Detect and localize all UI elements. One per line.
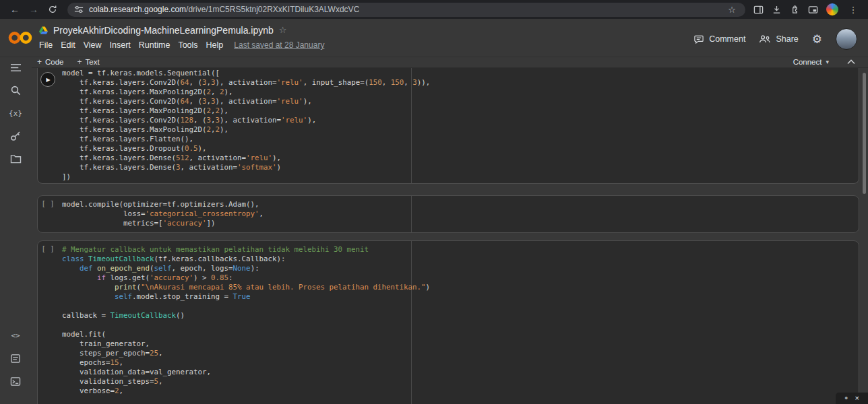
browser-toolbar: ← → colab.research.google.com/drive/1mC5… (0, 0, 868, 19)
share-people-icon (759, 34, 771, 44)
code-line[interactable]: tf.keras.layers.MaxPooling2D(2, 2), (62, 88, 859, 97)
menu-edit[interactable]: Edit (57, 39, 80, 51)
reload-icon[interactable] (44, 2, 61, 17)
plus-icon: + (78, 57, 82, 67)
code-editor: # Mengatur callback untuk memastikan pel… (58, 241, 859, 404)
code-cell: [ ] # Mengatur callback untuk memastikan… (37, 240, 859, 404)
browser-actions: ⋮ (752, 3, 861, 16)
side-panel-icon[interactable] (753, 5, 764, 15)
code-editor: model = tf.keras.models.Sequential([ tf.… (58, 67, 859, 183)
secrets-key-icon[interactable] (7, 128, 24, 144)
site-settings-tune-icon[interactable] (74, 5, 84, 14)
code-line[interactable]: tf.keras.layers.Conv2D(128, (3,3), activ… (62, 116, 859, 125)
notebook-title[interactable]: ProyekAkhirDicoding-MachineLearningPemul… (53, 25, 274, 36)
close-icon[interactable]: × (855, 395, 859, 402)
execution-count-bracket[interactable]: [ ] (42, 199, 55, 207)
code-editor: model.compile(optimizer=tf.optimizers.Ad… (58, 196, 859, 232)
star-notebook-icon[interactable]: ☆ (279, 25, 287, 35)
code-line[interactable]: validation_data=val_generator, (62, 368, 859, 377)
status-dot-icon[interactable]: ● (844, 395, 848, 401)
menu-help[interactable]: Help (202, 39, 228, 51)
bookmark-star-icon[interactable]: ☆ (725, 3, 739, 16)
notebook-scrollbar-thumb[interactable] (863, 73, 866, 194)
code-line[interactable]: ]) (62, 172, 859, 182)
code-line[interactable]: epochs=15, (62, 358, 859, 368)
command-palette-icon[interactable] (7, 350, 24, 366)
code-line[interactable]: tf.keras.layers.Conv2D(64, (3,3), activa… (62, 78, 859, 88)
forward-icon[interactable]: → (26, 2, 42, 17)
code-cell: [ ] model.compile(optimizer=tf.optimizer… (37, 195, 859, 233)
address-bar[interactable]: colab.research.google.com/drive/1mC5RS5k… (67, 3, 745, 17)
code-line[interactable]: callback = TimeoutCallback() (62, 311, 859, 321)
code-line[interactable]: class TimeoutCallback(tf.keras.callbacks… (62, 255, 859, 264)
code-cell: ▶ model = tf.keras.models.Sequential([ t… (37, 67, 859, 184)
code-line[interactable]: tf.keras.layers.Conv2D(64, (3,3), activa… (62, 97, 859, 106)
table-of-contents-icon[interactable] (7, 59, 24, 75)
bottom-status-widget: ● × (836, 393, 868, 404)
code-line[interactable]: metrics=['accuracy']) (62, 219, 859, 228)
execution-count-bracket[interactable]: [ ] (42, 244, 55, 252)
drive-file-icon (39, 26, 48, 34)
code-line[interactable]: tf.keras.layers.Dropout(0.5), (62, 144, 859, 154)
code-snippets-icon[interactable]: <> (7, 327, 24, 343)
terminal-icon[interactable] (7, 373, 24, 389)
search-icon[interactable] (7, 82, 24, 98)
code-line[interactable]: tf.keras.layers.MaxPooling2D(2,2), (62, 106, 859, 116)
browser-menu-dots-icon[interactable]: ⋮ (846, 3, 860, 16)
code-line[interactable]: train_generator, (62, 339, 859, 349)
code-line[interactable]: verbose=2, (62, 386, 859, 396)
code-line[interactable]: model.compile(optimizer=tf.optimizers.Ad… (62, 200, 859, 209)
code-line[interactable]: tf.keras.layers.MaxPooling2D(2,2), (62, 125, 859, 135)
add-code-button[interactable]: + Code (37, 57, 64, 67)
comment-button[interactable]: Comment (693, 34, 745, 44)
caret-down-icon: ▾ (826, 59, 829, 65)
colab-header: ProyekAkhirDicoding-MachineLearningPemul… (0, 19, 868, 57)
user-avatar[interactable] (836, 28, 857, 50)
menu-tools[interactable]: Tools (174, 39, 202, 51)
code-line[interactable]: steps_per_epoch=25, (62, 349, 859, 358)
files-folder-icon[interactable] (7, 151, 24, 167)
collapse-header-chevron-icon[interactable] (846, 59, 856, 65)
code-line[interactable] (62, 321, 859, 330)
notebook-content: ▶ model = tf.keras.models.Sequential([ t… (32, 67, 868, 404)
title-area: ProyekAkhirDicoding-MachineLearningPemul… (39, 23, 324, 51)
run-cell-button[interactable]: ▶ (40, 72, 55, 87)
code-line[interactable]: model = tf.keras.models.Sequential([ (62, 69, 859, 78)
picture-in-picture-icon[interactable] (808, 5, 818, 15)
code-line[interactable]: print("\nAkurasi mencapai 85% atau lebih… (62, 283, 859, 292)
browser-profile-avatar[interactable] (826, 3, 838, 15)
last-saved-link[interactable]: Last saved at 28 January (234, 40, 324, 50)
share-label: Share (776, 34, 798, 44)
code-line[interactable]: def on_epoch_end(self, epoch, logs=None)… (62, 264, 859, 273)
colab-notebook-screen: ← → colab.research.google.com/drive/1mC5… (0, 0, 868, 404)
settings-gear-icon[interactable]: ⚙ (812, 34, 822, 45)
share-button[interactable]: Share (759, 34, 798, 44)
menu-runtime[interactable]: Runtime (135, 39, 175, 51)
add-text-button[interactable]: + Text (78, 57, 100, 67)
code-line[interactable]: tf.keras.layers.Dense(512, activation='r… (62, 154, 859, 163)
left-sidebar-rail: {x} <> (0, 57, 32, 404)
url-text[interactable]: colab.research.google.com/drive/1mC5RS5k… (89, 5, 359, 14)
code-line[interactable]: self.model.stop_training = True (62, 292, 859, 302)
variables-icon[interactable]: {x} (7, 105, 24, 121)
downloads-icon[interactable] (772, 5, 782, 15)
menubar: File Edit View Insert Runtime Tools Help… (35, 39, 324, 51)
code-line[interactable]: loss='categorical_crossentropy', (62, 209, 859, 219)
back-icon[interactable]: ← (7, 2, 23, 17)
code-line[interactable] (62, 302, 859, 311)
code-line[interactable]: tf.keras.layers.Flatten(), (62, 135, 859, 144)
code-line[interactable]: model.fit( (62, 330, 859, 339)
code-line[interactable]: validation_steps=5, (62, 377, 859, 386)
code-line[interactable]: tf.keras.layers.Dense(3, activation='sof… (62, 163, 859, 172)
connect-button[interactable]: Connect ▾ (793, 58, 829, 66)
code-line[interactable]: if logs.get('accuracy') > 0.85: (62, 273, 859, 283)
code-line[interactable]: # Mengatur callback untuk memastikan pel… (62, 245, 859, 255)
comment-icon (693, 34, 704, 44)
menu-file[interactable]: File (35, 39, 57, 51)
colab-logo[interactable] (7, 29, 34, 46)
menu-view[interactable]: View (80, 39, 106, 51)
menu-insert[interactable]: Insert (106, 39, 135, 51)
extensions-icon[interactable] (790, 5, 800, 15)
plus-icon: + (37, 57, 42, 67)
comment-label: Comment (709, 34, 745, 44)
